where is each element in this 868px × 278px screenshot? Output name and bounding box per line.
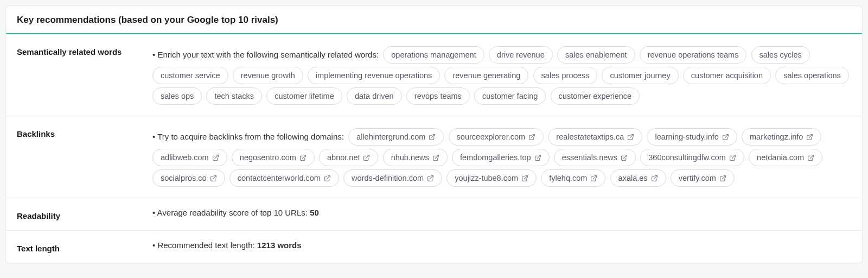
semantic-keyword-pill[interactable]: customer service <box>152 67 228 84</box>
svg-line-11 <box>732 155 735 158</box>
semantic-keyword-pill[interactable]: customer acquisition <box>683 67 771 84</box>
svg-line-7 <box>366 155 369 158</box>
backlink-domain-pill[interactable]: words-definition.com <box>343 169 442 187</box>
external-link-icon <box>521 175 528 182</box>
backlink-domain-label: axala.es <box>618 173 648 184</box>
external-link-icon <box>627 134 634 141</box>
backlink-domain-label: negosentro.com <box>240 152 296 163</box>
svg-line-14 <box>327 175 330 179</box>
external-link-icon <box>621 154 628 161</box>
backlink-domain-pill[interactable]: sourceexplorer.com <box>449 128 544 146</box>
backlink-domain-pill[interactable]: marketingz.info <box>742 128 821 146</box>
external-link-icon <box>729 154 736 161</box>
external-link-icon <box>324 175 331 182</box>
backlink-domain-pill[interactable]: learning-study.info <box>647 128 737 146</box>
semantic-keyword-pill[interactable]: sales cycles <box>751 46 810 64</box>
semantic-keyword-pill[interactable]: operations management <box>383 46 484 64</box>
backlink-domain-label: essentials.news <box>562 152 617 163</box>
backlink-domain-pill[interactable]: negosentro.com <box>232 149 315 166</box>
external-link-icon <box>363 154 370 161</box>
section-label-textlength: Text length <box>17 241 152 253</box>
backlink-domain-pill[interactable]: vertify.com <box>671 169 735 187</box>
section-backlinks: Backlinks • Try to acquire backlinks fro… <box>6 116 862 198</box>
backlink-domain-label: sourceexplorer.com <box>457 131 526 142</box>
svg-line-10 <box>623 155 627 158</box>
semantic-keyword-pill[interactable]: sales ops <box>152 87 202 105</box>
section-content-textlength: • Recommended text length: 1213 words <box>152 241 851 253</box>
svg-line-16 <box>525 175 528 179</box>
semantic-keyword-pill[interactable]: revenue growth <box>233 67 303 84</box>
semantic-keyword-pill[interactable]: customer facing <box>474 87 546 105</box>
svg-line-17 <box>593 175 597 179</box>
svg-line-12 <box>810 155 814 158</box>
backlink-domain-pill[interactable]: socialpros.co <box>152 169 225 187</box>
svg-line-3 <box>725 134 728 137</box>
backlink-domain-pill[interactable]: femdomgalleries.top <box>452 149 550 166</box>
backlink-domain-label: vertify.com <box>679 173 716 184</box>
semantic-keyword-pill[interactable]: sales enablement <box>557 46 635 64</box>
backlink-domain-pill[interactable]: essentials.news <box>554 149 636 166</box>
external-link-icon <box>299 154 307 161</box>
section-content-semantic: • Enrich your text with the following se… <box>152 44 851 106</box>
semantic-keyword-pill[interactable]: data driven <box>347 87 402 105</box>
backlink-domain-label: contactcenterworld.com <box>238 173 321 184</box>
external-link-icon <box>528 134 535 141</box>
textlength-prefix: • Recommended text length: <box>152 241 257 250</box>
backlink-domain-pill[interactable]: realestatetaxtips.ca <box>548 128 642 146</box>
semantic-keyword-pill[interactable]: revenue generating <box>444 67 528 84</box>
semantic-keyword-pill[interactable]: implementing revenue operations <box>308 67 440 84</box>
semantic-keyword-pill[interactable]: sales operations <box>775 67 849 84</box>
svg-line-18 <box>654 175 657 179</box>
backlinks-intro: • Try to acquire backlinks from the foll… <box>152 132 344 141</box>
svg-line-0 <box>432 134 435 137</box>
semantic-keyword-pill[interactable]: customer journey <box>602 67 678 84</box>
svg-line-19 <box>722 175 725 179</box>
backlink-domain-pill[interactable]: 360consultingdfw.com <box>640 149 744 166</box>
backlink-domain-label: realestatetaxtips.ca <box>556 131 624 142</box>
svg-line-9 <box>537 155 540 158</box>
backlink-domain-label: adlibweb.com <box>161 152 209 163</box>
external-link-icon <box>429 134 436 141</box>
external-link-icon <box>722 134 729 141</box>
backlink-domain-label: nhub.news <box>391 152 429 163</box>
semantic-keyword-pill[interactable]: revops teams <box>406 87 470 105</box>
backlink-domain-label: socialpros.co <box>161 173 207 184</box>
readability-value: 50 <box>310 208 319 217</box>
backlink-domain-label: netdania.com <box>757 152 804 163</box>
section-readability: Readability • Average readability score … <box>6 198 862 231</box>
svg-line-4 <box>809 134 813 137</box>
backlink-domain-pill[interactable]: contactcenterworld.com <box>229 169 339 187</box>
semantic-keyword-pill[interactable]: revenue operations teams <box>640 46 747 64</box>
backlink-domain-label: abnor.net <box>327 152 360 163</box>
svg-line-15 <box>430 175 433 179</box>
semantic-keyword-pill[interactable]: tech stacks <box>206 87 262 105</box>
backlink-domain-label: learning-study.info <box>655 131 718 142</box>
backlink-domain-label: fylehq.com <box>549 173 587 184</box>
semantic-keyword-pill[interactable]: customer experience <box>551 87 640 105</box>
section-label-readability: Readability <box>17 208 152 220</box>
semantic-keyword-pill[interactable]: customer lifetime <box>266 87 342 105</box>
section-content-readability: • Average readability score of top 10 UR… <box>152 208 851 220</box>
backlink-domain-label: femdomgalleries.top <box>460 152 531 163</box>
section-label-backlinks: Backlinks <box>17 126 152 188</box>
backlink-domain-pill[interactable]: nhub.news <box>383 149 448 166</box>
external-link-icon <box>534 154 541 161</box>
section-textlength: Text length • Recommended text length: 1… <box>6 231 862 263</box>
svg-line-2 <box>630 134 634 137</box>
backlink-domain-pill[interactable]: allehintergrund.com <box>348 128 444 146</box>
backlink-domain-pill[interactable]: axala.es <box>610 169 666 187</box>
svg-line-13 <box>213 175 216 179</box>
backlink-domain-pill[interactable]: fylehq.com <box>541 169 605 187</box>
external-link-icon <box>590 175 597 182</box>
external-link-icon <box>432 154 439 161</box>
external-link-icon <box>212 154 219 161</box>
backlink-domain-label: 360consultingdfw.com <box>648 152 726 163</box>
backlink-domain-pill[interactable]: netdania.com <box>749 149 822 166</box>
svg-line-8 <box>435 155 438 158</box>
semantic-keyword-pill[interactable]: drive revenue <box>489 46 553 64</box>
backlink-domain-pill[interactable]: adlibweb.com <box>152 149 227 166</box>
semantic-keyword-pill[interactable]: sales process <box>533 67 598 84</box>
backlink-domain-pill[interactable]: youjizz-tube8.com <box>446 169 537 187</box>
backlink-domain-pill[interactable]: abnor.net <box>319 149 378 166</box>
semantic-intro: • Enrich your text with the following se… <box>152 50 379 59</box>
